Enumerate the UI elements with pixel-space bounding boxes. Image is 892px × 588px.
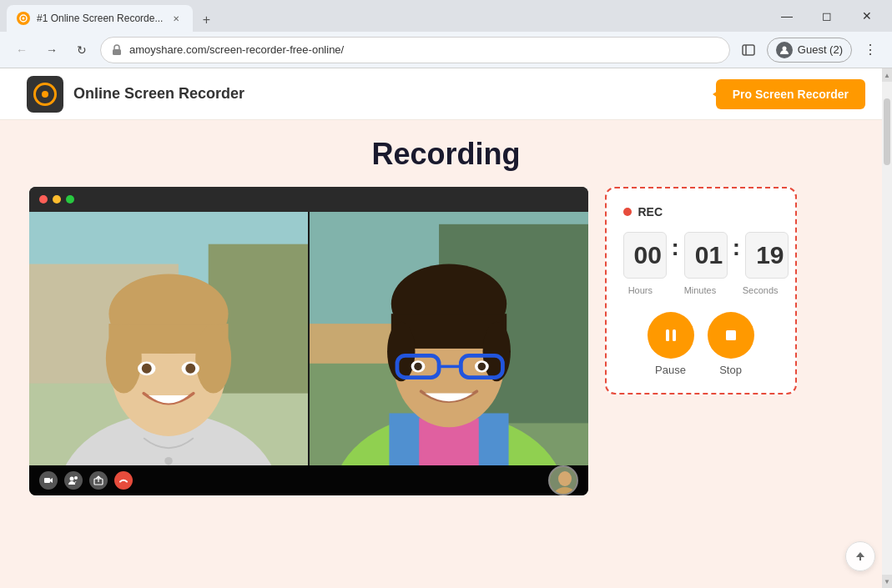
pause-button-wrap: Pause (648, 312, 694, 376)
pause-icon (662, 326, 680, 344)
svg-point-20 (185, 364, 195, 374)
content-row: REC 00 : 01 : 19 Hours Minutes S (29, 187, 864, 495)
svg-point-45 (74, 476, 78, 480)
scroll-up-button[interactable]: ▲ (882, 68, 892, 82)
pause-button[interactable] (648, 312, 694, 359)
hours-label: Hours (623, 285, 658, 295)
share-icon[interactable] (89, 471, 108, 490)
address-bar: ← → ↻ amoyshare.com/screen-recorder-free… (0, 32, 892, 68)
stop-icon (722, 326, 740, 344)
minimize-button[interactable]: — (769, 3, 805, 29)
svg-point-48 (558, 471, 572, 486)
svg-point-44 (69, 477, 73, 481)
logo-inner (33, 83, 57, 106)
scrollbar[interactable]: ▲ ▼ (882, 68, 892, 588)
forward-button[interactable]: → (40, 38, 63, 62)
tab-bar: #1 Online Screen Recorde... ✕ + (7, 0, 218, 32)
svg-rect-50 (666, 329, 669, 341)
title-bar: #1 Online Screen Recorde... ✕ + — ◻ ✕ (0, 0, 892, 32)
svg-rect-52 (726, 330, 736, 340)
site-header: Online Screen Recorder Pro Screen Record… (0, 68, 892, 120)
window-dot-red (39, 195, 48, 204)
tab-close-button[interactable]: ✕ (169, 12, 183, 25)
scroll-thumb[interactable] (884, 98, 890, 165)
rec-indicator: REC (623, 205, 779, 219)
left-person-svg (29, 212, 308, 465)
scroll-to-top-button[interactable] (845, 541, 875, 571)
participants-icon[interactable] (64, 471, 83, 490)
svg-point-15 (105, 324, 141, 394)
timer-display: 00 : 01 : 19 (623, 232, 779, 279)
time-separator-1: : (672, 234, 679, 261)
control-buttons: Pause Stop (623, 312, 779, 376)
svg-point-34 (387, 322, 415, 382)
svg-point-16 (195, 324, 231, 394)
recording-controls-panel: REC 00 : 01 : 19 Hours Minutes S (605, 187, 797, 395)
time-labels: Hours Minutes Seconds (623, 285, 779, 295)
close-button[interactable]: ✕ (849, 3, 885, 29)
sidebar-button[interactable] (737, 38, 760, 62)
pause-label: Pause (655, 364, 686, 376)
back-button[interactable]: ← (10, 38, 33, 62)
svg-point-21 (164, 457, 173, 465)
main-content: Recording (0, 120, 892, 588)
logo-area: Online Screen Recorder (27, 76, 244, 113)
video-chrome-bar (29, 187, 588, 212)
time-separator-2: : (733, 234, 740, 261)
sidebar-icon (742, 43, 755, 57)
tab-favicon (17, 12, 30, 25)
svg-point-5 (782, 46, 786, 50)
svg-rect-2 (113, 49, 121, 55)
svg-rect-51 (673, 329, 676, 341)
restore-button[interactable]: ◻ (809, 3, 845, 29)
pro-screen-recorder-button[interactable]: Pro Screen Recorder (716, 79, 865, 109)
self-view-avatar (548, 465, 578, 495)
browser-frame: #1 Online Screen Recorde... ✕ + — ◻ ✕ ← … (0, 0, 892, 588)
window-dot-yellow (53, 195, 61, 204)
svg-point-35 (482, 322, 510, 382)
svg-point-19 (141, 364, 151, 374)
tab-title: #1 Online Screen Recorde... (37, 13, 163, 24)
end-call-icon[interactable] (114, 471, 133, 490)
svg-point-1 (23, 18, 25, 20)
profile-button[interactable]: Guest (2) (767, 38, 852, 63)
logo-dot (42, 91, 48, 98)
right-person-svg (310, 212, 588, 465)
rec-dot (623, 208, 632, 216)
app-logo (27, 76, 63, 113)
rec-label: REC (638, 205, 663, 219)
svg-rect-53 (859, 556, 861, 560)
video-content (29, 212, 588, 465)
seconds-label: Seconds (743, 285, 779, 295)
new-tab-button[interactable]: + (194, 8, 218, 32)
stop-button[interactable] (708, 312, 754, 359)
svg-point-42 (477, 363, 486, 371)
svg-rect-3 (743, 45, 754, 55)
scroll-down-button[interactable]: ▼ (882, 575, 892, 588)
arrow-up-icon (854, 550, 866, 562)
active-tab[interactable]: #1 Online Screen Recorde... ✕ (7, 5, 193, 32)
page-content: Online Screen Recorder Pro Screen Record… (0, 68, 892, 588)
window-controls: — ◻ ✕ (769, 3, 885, 29)
video-bottom-bar (29, 465, 588, 495)
site-title: Online Screen Recorder (73, 85, 244, 103)
profile-icon (776, 42, 793, 58)
svg-rect-43 (44, 478, 50, 483)
security-icon (111, 44, 123, 56)
seconds-display: 19 (745, 232, 789, 279)
reload-button[interactable]: ↻ (70, 38, 93, 62)
minutes-display: 01 (684, 232, 728, 279)
url-text: amoyshare.com/screen-recorder-free-onlin… (129, 43, 344, 56)
browser-menu-button[interactable]: ⋮ (859, 38, 882, 62)
url-bar[interactable]: amoyshare.com/screen-recorder-free-onlin… (100, 37, 730, 63)
video-toggle-icon[interactable] (39, 471, 58, 490)
stop-button-wrap: Stop (708, 312, 754, 376)
video-panel (29, 187, 588, 495)
profile-label: Guest (2) (798, 43, 843, 56)
stop-label: Stop (719, 364, 742, 376)
window-dot-green (66, 195, 74, 204)
svg-point-41 (414, 363, 422, 371)
hours-display: 00 (623, 232, 667, 279)
video-left-participant (29, 212, 310, 465)
page-title: Recording (371, 137, 520, 172)
